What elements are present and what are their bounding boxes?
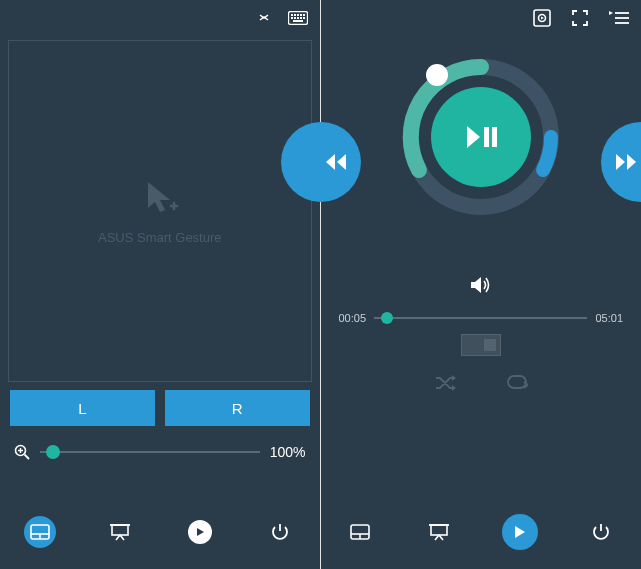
right-click-button[interactable]: R: [165, 390, 310, 426]
volume-row: [321, 276, 642, 294]
svg-rect-7: [294, 17, 296, 19]
mouse-button-row: L R: [10, 390, 310, 426]
seek-row: 00:05 05:01: [339, 312, 624, 324]
svg-rect-30: [431, 525, 447, 535]
svg-rect-6: [291, 17, 293, 19]
media-control-area: [321, 42, 642, 262]
presentation-mode-button[interactable]: [104, 516, 136, 548]
left-bottom-bar: [0, 505, 320, 559]
media-panel: 00:05 05:01: [321, 0, 642, 569]
left-top-bar: [0, 0, 320, 36]
svg-rect-10: [303, 17, 305, 19]
next-track-button[interactable]: [601, 122, 641, 202]
svg-rect-11: [293, 20, 303, 22]
svg-rect-5: [303, 14, 305, 16]
power-button[interactable]: [264, 516, 296, 548]
playback-mode-row: [321, 374, 642, 396]
previous-track-button[interactable]: [281, 122, 361, 202]
presentation-mode-button[interactable]: [423, 516, 455, 548]
svg-rect-8: [297, 17, 299, 19]
fullscreen-icon[interactable]: [571, 9, 589, 27]
zoom-row: 100%: [14, 444, 306, 460]
touchpad-mode-button[interactable]: [344, 516, 376, 548]
collapse-icon[interactable]: [258, 12, 270, 24]
seek-slider-thumb[interactable]: [381, 312, 393, 324]
time-total: 05:01: [595, 312, 623, 324]
zoom-slider[interactable]: [40, 451, 260, 453]
right-bottom-bar: [321, 505, 642, 559]
touchpad-canvas[interactable]: ASUS Smart Gesture: [8, 40, 312, 382]
zoom-slider-thumb[interactable]: [46, 445, 60, 459]
device-icon[interactable]: [533, 9, 551, 27]
playlist-icon[interactable]: [609, 10, 629, 26]
svg-rect-16: [112, 525, 128, 535]
repeat-button[interactable]: [506, 374, 528, 396]
zoom-value: 100%: [270, 444, 306, 460]
volume-icon[interactable]: [470, 276, 492, 294]
canvas-label: ASUS Smart Gesture: [98, 230, 222, 245]
mini-preview: [321, 334, 642, 356]
shuffle-button[interactable]: [434, 374, 456, 396]
power-button[interactable]: [585, 516, 617, 548]
media-mode-button[interactable]: [502, 514, 538, 550]
zoom-in-icon[interactable]: [14, 444, 30, 460]
right-top-bar: [321, 0, 642, 36]
mini-preview-box: [461, 334, 501, 356]
play-pause-button[interactable]: [431, 87, 531, 187]
svg-rect-9: [300, 17, 302, 19]
touchpad-mode-button[interactable]: [24, 516, 56, 548]
media-mode-button[interactable]: [184, 516, 216, 548]
svg-rect-4: [300, 14, 302, 16]
touchpad-panel: ASUS Smart Gesture L R 100%: [0, 0, 320, 569]
left-click-button[interactable]: L: [10, 390, 155, 426]
svg-rect-24: [484, 127, 489, 147]
svg-rect-26: [508, 376, 526, 388]
volume-dial[interactable]: [396, 52, 566, 222]
keyboard-icon[interactable]: [288, 11, 308, 25]
seek-slider[interactable]: [374, 317, 587, 319]
svg-rect-25: [492, 127, 497, 147]
time-current: 00:05: [339, 312, 367, 324]
svg-rect-2: [294, 14, 296, 16]
volume-dial-thumb[interactable]: [426, 64, 448, 86]
cursor-plus-icon: [140, 178, 180, 222]
svg-rect-1: [291, 14, 293, 16]
svg-rect-3: [297, 14, 299, 16]
